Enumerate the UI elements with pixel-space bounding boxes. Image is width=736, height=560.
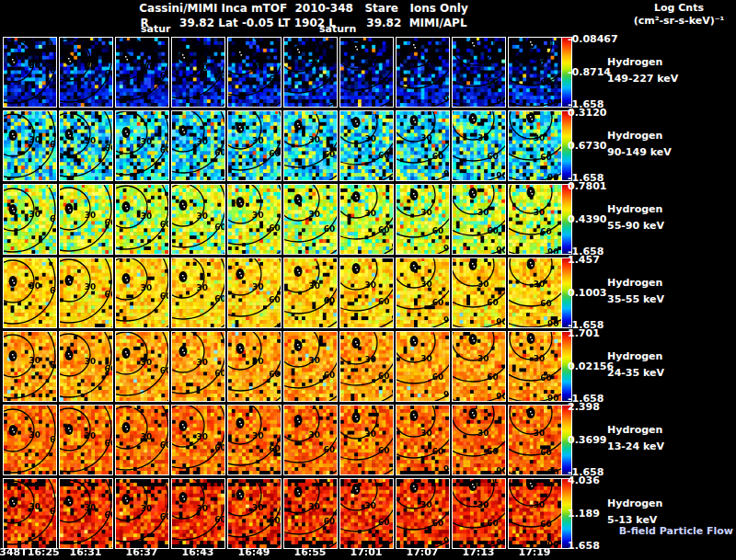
- heatmap-panel-r6-c9: [452, 405, 506, 475]
- heatmap-canvas: [340, 406, 393, 474]
- cbar-mid-label-row-2: 0.6730: [568, 140, 606, 152]
- heatmap-canvas: [509, 332, 561, 401]
- energy-label-row-1: 149-227 keV: [607, 73, 678, 85]
- heatmap-canvas: [116, 332, 168, 401]
- heatmap-canvas: [4, 406, 56, 474]
- heatmap-canvas: [4, 332, 56, 401]
- heatmap-canvas: [453, 258, 505, 327]
- heatmap-panel-r2-c6: [283, 110, 338, 181]
- cbar-max-label-row-3: 0.7801: [568, 180, 606, 192]
- heatmap-panel-r2-c2: [59, 110, 113, 181]
- heatmap-panel-r1-c9: [452, 37, 506, 108]
- saturn-label-left: satur: [141, 23, 170, 35]
- heatmap-panel-r1-c3: [115, 37, 169, 108]
- heatmap-panel-r3-c10: [508, 184, 562, 255]
- heatmap-panel-r4-c10: [508, 257, 562, 328]
- figure-title: Cassini/MIMI Inca mTOF 2010-348 Stare Io…: [28, 2, 580, 15]
- heatmap-canvas: [284, 332, 337, 401]
- heatmap-panel-r6-c3: [115, 405, 169, 475]
- heatmap-canvas: [116, 258, 168, 327]
- heatmap-panel-r4-c4: [171, 257, 225, 328]
- heatmap-panel-r3-c9: [452, 184, 506, 255]
- heatmap-canvas: [172, 185, 224, 254]
- cbar-mid-label-row-4: 0.1003: [568, 287, 606, 299]
- heatmap-canvas: [397, 38, 449, 107]
- heatmap-panel-r7-c7: [339, 478, 394, 549]
- heatmap-canvas: [60, 185, 112, 254]
- heatmap-panel-r3-c8: [396, 184, 450, 255]
- species-label-row-5: Hydrogen: [607, 350, 662, 362]
- colorbar-legend-title: Log Cnts: [624, 2, 734, 15]
- cbar-mid-label-row-6: 0.3699: [568, 434, 606, 446]
- energy-label-row-3: 55-90 keV: [607, 220, 664, 232]
- heatmap-canvas: [340, 258, 393, 327]
- heatmap-canvas: [397, 111, 449, 180]
- heatmap-panel-r1-c5: [227, 37, 282, 108]
- time-label-4: 16:43: [181, 546, 213, 558]
- heatmap-panel-r6-c4: [171, 405, 225, 475]
- cassini-mimi-inca-figure: Cassini/MIMI Inca mTOF 2010-348 Stare Io…: [0, 0, 736, 560]
- heatmap-canvas: [284, 479, 337, 548]
- species-label-row-4: Hydrogen: [607, 277, 662, 289]
- heatmap-panel-r5-c4: [171, 331, 225, 402]
- time-label-3: 16:37: [125, 546, 157, 558]
- heatmap-canvas: [116, 406, 168, 474]
- heatmap-panel-r1-c8: [396, 37, 450, 108]
- heatmap-canvas: [284, 185, 337, 254]
- heatmap-canvas: [397, 332, 449, 401]
- species-label-row-7: Hydrogen: [607, 497, 662, 509]
- heatmap-canvas: [509, 258, 561, 327]
- heatmap-panel-r1-c10: [508, 37, 562, 108]
- heatmap-canvas: [60, 258, 112, 327]
- heatmap-panel-r2-c3: [115, 110, 169, 181]
- time-label-9: 17:13: [462, 546, 494, 558]
- heatmap-canvas: [4, 258, 56, 327]
- colorbar-legend-units: (cm²-sr-s-keV)⁻¹: [624, 15, 734, 28]
- heatmap-panel-r7-c10: [508, 478, 562, 549]
- heatmap-panel-r5-c9: [452, 331, 506, 402]
- heatmap-panel-r3-c1: [3, 184, 57, 255]
- heatmap-canvas: [397, 258, 449, 327]
- heatmap-canvas: [4, 479, 56, 548]
- heatmap-panel-r7-c9: [452, 478, 506, 549]
- time-label-1: 348T16:25: [0, 546, 60, 558]
- heatmap-panel-r1-c6: [283, 37, 338, 108]
- heatmap-panel-r7-c8: [396, 478, 450, 549]
- heatmap-panel-r6-c1: [3, 405, 57, 475]
- heatmap-canvas: [509, 111, 561, 180]
- heatmap-panel-r3-c6: [283, 184, 338, 255]
- heatmap-canvas: [453, 185, 505, 254]
- heatmap-panel-r2-c4: [171, 110, 225, 181]
- species-label-row-3: Hydrogen: [607, 203, 662, 215]
- species-label-row-1: Hydrogen: [607, 56, 662, 68]
- heatmap-canvas: [340, 479, 393, 548]
- heatmap-canvas: [509, 185, 561, 254]
- heatmap-panel-r5-c8: [396, 331, 450, 402]
- heatmap-canvas: [4, 38, 56, 107]
- heatmap-canvas: [284, 111, 337, 180]
- heatmap-panel-r5-c6: [283, 331, 338, 402]
- heatmap-canvas: [509, 479, 561, 548]
- heatmap-panel-r6-c2: [59, 405, 113, 475]
- heatmap-canvas: [116, 111, 168, 180]
- heatmap-panel-r6-c8: [396, 405, 450, 475]
- heatmap-panel-r5-c7: [339, 331, 394, 402]
- heatmap-panel-r7-c3: [115, 478, 169, 549]
- heatmap-canvas: [453, 479, 505, 548]
- heatmap-canvas: [4, 185, 56, 254]
- heatmap-canvas: [509, 38, 561, 107]
- heatmap-canvas: [172, 38, 224, 107]
- heatmap-panel-r5-c1: [3, 331, 57, 402]
- cbar-max-label-row-6: 2.398: [568, 401, 600, 413]
- time-label-2: 16:31: [69, 546, 101, 558]
- heatmap-canvas: [60, 111, 112, 180]
- heatmap-canvas: [116, 185, 168, 254]
- heatmap-canvas: [228, 38, 281, 107]
- cbar-max-label-row-5: 1.701: [568, 327, 600, 339]
- heatmap-canvas: [397, 406, 449, 474]
- heatmap-canvas: [340, 185, 393, 254]
- heatmap-panel-r4-c6: [283, 257, 338, 328]
- heatmap-panel-r3-c2: [59, 184, 113, 255]
- heatmap-panel-r1-c1: [3, 37, 57, 108]
- heatmap-panel-r6-c7: [339, 405, 394, 475]
